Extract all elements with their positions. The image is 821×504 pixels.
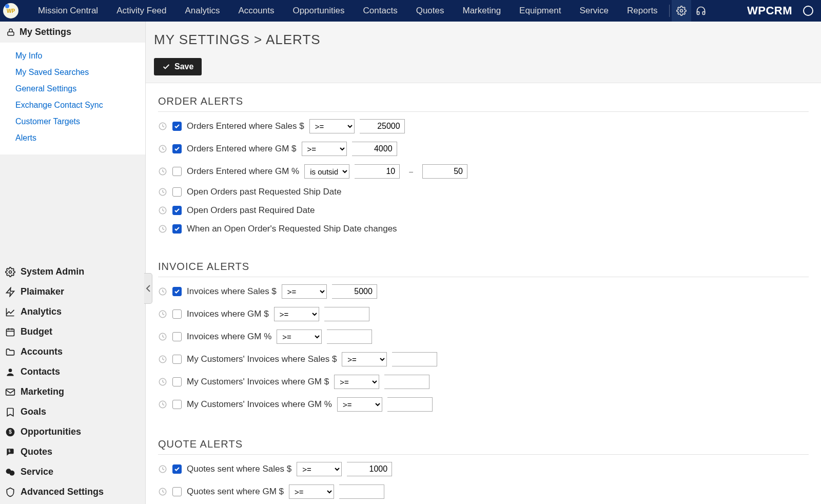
operator-select[interactable]: >=: [274, 307, 319, 321]
clock-icon: [158, 332, 167, 341]
sidebar-link-customer-targets[interactable]: Customer Targets: [0, 113, 145, 130]
operator-select[interactable]: >=: [277, 329, 322, 344]
calendar-icon: [5, 327, 15, 337]
nav-service[interactable]: Service: [570, 0, 618, 22]
nav-activity-feed[interactable]: Activity Feed: [107, 0, 175, 22]
svg-point-8: [9, 369, 12, 372]
checkbox-quotes-sales[interactable]: [172, 464, 182, 474]
checkbox-invoices-gm-dollar[interactable]: [172, 309, 182, 319]
gear-icon: [5, 267, 15, 277]
sidebar-links: My Info My Saved Searches General Settin…: [0, 43, 145, 154]
sidebar-cat-opportunities[interactable]: $ Opportunities: [0, 422, 145, 442]
sidebar-collapse-toggle[interactable]: [144, 273, 152, 304]
dollar-circle-icon: $: [5, 427, 15, 437]
nav-contacts[interactable]: Contacts: [354, 0, 407, 22]
value-input[interactable]: [352, 142, 397, 156]
sidebar-cat-goals[interactable]: Goals: [0, 402, 145, 422]
operator-select[interactable]: >=: [282, 284, 327, 299]
operator-select[interactable]: >=: [302, 142, 347, 156]
sidebar-cat-label: Marketing: [21, 386, 64, 397]
alert-row-orders-gm-dollar: Orders Entered where GM $ >=: [158, 138, 809, 160]
value-input[interactable]: [392, 352, 437, 366]
sidebar-cat-label: Accounts: [21, 346, 63, 357]
search-icon[interactable]: [798, 0, 818, 22]
checkbox-orders-sales[interactable]: [172, 122, 182, 131]
sidebar-link-exchange-contact-sync[interactable]: Exchange Contact Sync: [0, 97, 145, 113]
nav-quotes[interactable]: Quotes: [407, 0, 454, 22]
checkbox-invoices-sales[interactable]: [172, 287, 182, 296]
checkbox-my-customers-invoices-gm-dollar[interactable]: [172, 377, 182, 386]
sidebar-link-general-settings[interactable]: General Settings: [0, 81, 145, 97]
sidebar-cat-label: Service: [21, 467, 53, 477]
sidebar-cat-label: Plaimaker: [21, 286, 64, 297]
section-title-order: ORDER ALERTS: [158, 88, 809, 112]
sidebar-cat-label: Contacts: [21, 366, 60, 377]
nav-mission-central[interactable]: Mission Central: [29, 0, 107, 22]
operator-select[interactable]: >=: [334, 375, 379, 389]
alert-row-invoices-gm-pct: Invoices where GM % >=: [158, 325, 809, 348]
sidebar-cat-accounts[interactable]: Accounts: [0, 342, 145, 362]
nav-marketing[interactable]: Marketing: [453, 0, 510, 22]
checkbox-my-customers-invoices-gm-pct[interactable]: [172, 400, 182, 409]
chat-icon: [5, 467, 15, 477]
sidebar-cat-plaimaker[interactable]: Plaimaker: [0, 282, 145, 302]
save-button[interactable]: Save: [154, 58, 202, 75]
operator-select[interactable]: >=: [297, 462, 342, 476]
value-input-high[interactable]: [422, 164, 467, 179]
alert-label: Orders Entered where GM %: [187, 166, 299, 177]
checkmark-icon: [174, 123, 180, 129]
value-input[interactable]: [327, 329, 372, 344]
clock-icon: [158, 464, 167, 474]
nav-analytics[interactable]: Analytics: [175, 0, 229, 22]
sidebar-cat-analytics[interactable]: Analytics: [0, 302, 145, 322]
svg-point-14: [9, 470, 14, 475]
value-input[interactable]: [347, 462, 392, 476]
checkbox-invoices-gm-pct[interactable]: [172, 332, 182, 341]
sidebar-cat-marketing[interactable]: Marketing: [0, 382, 145, 402]
checkbox-orders-gm-pct[interactable]: [172, 167, 182, 176]
content-header: MY SETTINGS > ALERTS Save: [146, 22, 821, 83]
nav-opportunities[interactable]: Opportunities: [283, 0, 354, 22]
value-input-low[interactable]: [355, 164, 400, 179]
sidebar-link-alerts[interactable]: Alerts: [0, 130, 145, 146]
checkbox-ship-date-changes[interactable]: [172, 224, 182, 234]
sidebar-cat-system-admin[interactable]: System Admin: [0, 262, 145, 282]
alert-row-orders-sales: Orders Entered where Sales $ >=: [158, 115, 809, 138]
value-input[interactable]: [387, 397, 433, 412]
value-input[interactable]: [360, 119, 405, 133]
sidebar-link-my-info[interactable]: My Info: [0, 48, 145, 64]
operator-select[interactable]: >=: [337, 397, 382, 412]
sidebar-link-my-saved-searches[interactable]: My Saved Searches: [0, 64, 145, 81]
operator-select[interactable]: >=: [289, 484, 334, 499]
operator-select[interactable]: is outside: [304, 164, 349, 179]
checkbox-open-orders-required[interactable]: [172, 206, 182, 215]
checkbox-my-customers-invoices-sales[interactable]: [172, 355, 182, 364]
sidebar-cat-advanced-settings[interactable]: Advanced Settings: [0, 482, 145, 502]
nav-equipment[interactable]: Equipment: [510, 0, 570, 22]
checkbox-quotes-gm-dollar[interactable]: [172, 487, 182, 496]
sidebar-cat-budget[interactable]: Budget: [0, 322, 145, 342]
sidebar-cat-service[interactable]: Service: [0, 462, 145, 482]
checkbox-orders-gm-dollar[interactable]: [172, 144, 182, 153]
nav-divider: [669, 5, 670, 17]
sidebar-header-my-settings[interactable]: My Settings: [0, 22, 145, 43]
alert-row-quotes-sales: Quotes sent where Sales $ >=: [158, 458, 809, 480]
alert-label: My Customers' Invoices where GM %: [187, 399, 332, 410]
value-input[interactable]: [384, 375, 429, 389]
operator-select[interactable]: >=: [342, 352, 387, 366]
chevron-left-icon: [146, 285, 151, 292]
value-input[interactable]: [332, 284, 377, 299]
nav-accounts[interactable]: Accounts: [229, 0, 284, 22]
checkbox-open-orders-requested[interactable]: [172, 187, 182, 197]
headset-icon[interactable]: [691, 0, 711, 22]
app-logo[interactable]: WP: [3, 3, 18, 18]
settings-icon[interactable]: [672, 0, 691, 22]
sidebar-cat-quotes[interactable]: $ Quotes: [0, 442, 145, 462]
value-input[interactable]: [339, 484, 384, 499]
sidebar-cat-contacts[interactable]: Contacts: [0, 362, 145, 382]
nav-reports[interactable]: Reports: [618, 0, 667, 22]
svg-point-0: [680, 10, 682, 12]
value-input[interactable]: [324, 307, 369, 321]
range-dash: –: [409, 167, 413, 176]
operator-select[interactable]: >=: [309, 119, 355, 133]
